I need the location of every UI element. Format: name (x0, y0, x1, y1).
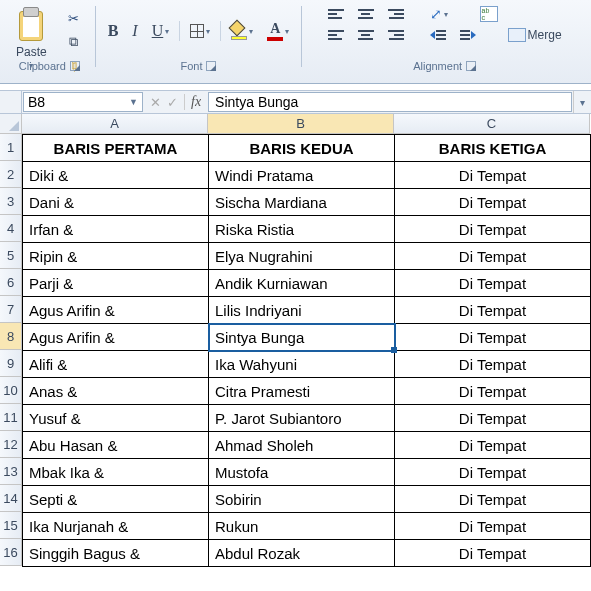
cell[interactable]: Sintya Bunga (209, 324, 395, 351)
cell[interactable]: Di Tempat (395, 216, 591, 243)
bold-button[interactable]: B (104, 20, 123, 42)
orientation-button[interactable]: ⤢▾ (426, 4, 452, 24)
chevron-down-icon: ▼ (129, 97, 138, 107)
column-header-b[interactable]: B (208, 114, 394, 134)
row-header[interactable]: 3 (0, 188, 22, 215)
cell[interactable]: Lilis Indriyani (209, 297, 395, 324)
header-cell-a[interactable]: BARIS PERTAMA (23, 135, 209, 162)
copy-button[interactable]: ⧉ (61, 32, 87, 52)
cell[interactable]: Di Tempat (395, 270, 591, 297)
cell[interactable]: Abdul Rozak (209, 540, 395, 567)
cell[interactable]: Di Tempat (395, 243, 591, 270)
align-top-button[interactable] (324, 7, 348, 21)
cell[interactable]: Agus Arifin & (23, 297, 209, 324)
row-header[interactable]: 15 (0, 512, 22, 539)
cell[interactable]: Di Tempat (395, 540, 591, 567)
cell[interactable]: Elya Nugrahini (209, 243, 395, 270)
italic-button[interactable]: I (128, 20, 141, 42)
cell[interactable]: Di Tempat (395, 405, 591, 432)
chevron-down-icon: ▾ (249, 27, 253, 36)
increase-indent-icon (460, 30, 476, 40)
row-header[interactable]: 6 (0, 269, 22, 296)
formula-value: Sintya Bunga (215, 94, 298, 110)
select-all-corner[interactable] (0, 114, 22, 134)
font-color-button[interactable]: A ▾ (263, 19, 293, 43)
cell[interactable]: Di Tempat (395, 162, 591, 189)
orientation-icon: ⤢ (430, 6, 442, 22)
column-header-a[interactable]: A (22, 114, 208, 134)
name-box[interactable]: B8 ▼ (23, 92, 143, 112)
row-header[interactable]: 5 (0, 242, 22, 269)
row-header[interactable]: 16 (0, 539, 22, 566)
align-center-button[interactable] (354, 28, 378, 42)
cut-button[interactable]: ✂ (61, 8, 87, 28)
row-header[interactable]: 11 (0, 404, 22, 431)
merge-center-button[interactable]: Merge (504, 26, 566, 44)
align-right-button[interactable] (384, 28, 408, 42)
increase-indent-button[interactable] (456, 28, 480, 42)
align-left-button[interactable] (324, 28, 348, 42)
cell[interactable]: Ika Nurjanah & (23, 513, 209, 540)
cell[interactable]: Ika Wahyuni (209, 351, 395, 378)
cell[interactable]: Andik Kurniawan (209, 270, 395, 297)
cell[interactable]: Anas & (23, 378, 209, 405)
cell[interactable]: Di Tempat (395, 513, 591, 540)
wrap-text-button[interactable] (476, 4, 502, 24)
dialog-launcher-icon[interactable] (70, 61, 80, 71)
row-header[interactable]: 8 (0, 323, 22, 350)
row-header[interactable]: 4 (0, 215, 22, 242)
cell[interactable]: Di Tempat (395, 486, 591, 513)
cell[interactable]: Agus Arifin & (23, 324, 209, 351)
cell[interactable]: Alifi & (23, 351, 209, 378)
cell[interactable]: Parji & (23, 270, 209, 297)
expand-formula-bar-button[interactable]: ▾ (573, 91, 591, 113)
row-header[interactable]: 9 (0, 350, 22, 377)
cell[interactable]: Sischa Mardiana (209, 189, 395, 216)
column-header-c[interactable]: C (394, 114, 590, 134)
cell[interactable]: Ahmad Sholeh (209, 432, 395, 459)
decrease-indent-button[interactable] (426, 28, 450, 42)
cell[interactable]: Windi Pratama (209, 162, 395, 189)
cell[interactable]: Di Tempat (395, 378, 591, 405)
fx-icon[interactable]: fx (184, 94, 201, 110)
cell[interactable]: Di Tempat (395, 297, 591, 324)
row-header[interactable]: 12 (0, 431, 22, 458)
cell[interactable]: Citra Pramesti (209, 378, 395, 405)
cell[interactable]: P. Jarot Subiantoro (209, 405, 395, 432)
dialog-launcher-icon[interactable] (206, 61, 216, 71)
cell[interactable]: Sobirin (209, 486, 395, 513)
cell[interactable]: Mbak Ika & (23, 459, 209, 486)
header-cell-c[interactable]: BARIS KETIGA (395, 135, 591, 162)
cell[interactable]: Irfan & (23, 216, 209, 243)
cell[interactable]: Singgih Bagus & (23, 540, 209, 567)
borders-button[interactable]: ▾ (186, 22, 214, 40)
align-bottom-icon (388, 9, 404, 19)
row-header[interactable]: 10 (0, 377, 22, 404)
row-header[interactable]: 2 (0, 161, 22, 188)
row-header[interactable]: 7 (0, 296, 22, 323)
cell[interactable]: Yusuf & (23, 405, 209, 432)
cell[interactable]: Rukun (209, 513, 395, 540)
cell[interactable]: Septi & (23, 486, 209, 513)
cell[interactable]: Abu Hasan & (23, 432, 209, 459)
cell[interactable]: Ripin & (23, 243, 209, 270)
cell[interactable]: Di Tempat (395, 351, 591, 378)
cell[interactable]: Dani & (23, 189, 209, 216)
underline-button[interactable]: U▾ (148, 20, 174, 42)
align-middle-button[interactable] (354, 7, 378, 21)
align-bottom-button[interactable] (384, 7, 408, 21)
cell[interactable]: Di Tempat (395, 189, 591, 216)
fill-color-button[interactable]: ▾ (227, 20, 257, 42)
cell[interactable]: Di Tempat (395, 324, 591, 351)
row-header[interactable]: 1 (0, 134, 22, 161)
formula-input[interactable]: Sintya Bunga (208, 92, 572, 112)
cell[interactable]: Di Tempat (395, 432, 591, 459)
row-header[interactable]: 14 (0, 485, 22, 512)
cell[interactable]: Mustofa (209, 459, 395, 486)
cell[interactable]: Di Tempat (395, 459, 591, 486)
header-cell-b[interactable]: BARIS KEDUA (209, 135, 395, 162)
cell[interactable]: Diki & (23, 162, 209, 189)
dialog-launcher-icon[interactable] (466, 61, 476, 71)
cell[interactable]: Riska Ristia (209, 216, 395, 243)
row-header[interactable]: 13 (0, 458, 22, 485)
